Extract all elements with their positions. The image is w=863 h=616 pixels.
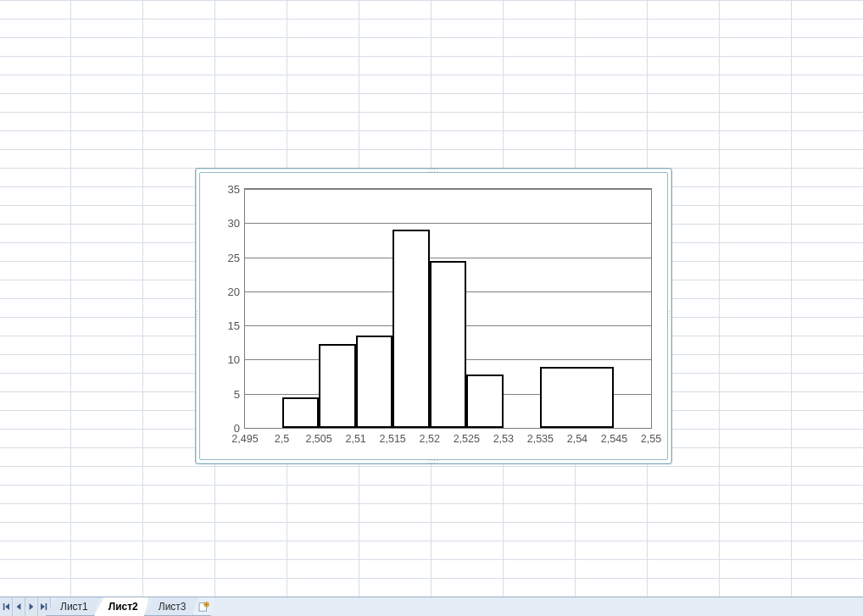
histogram-bar[interactable] — [540, 367, 614, 429]
x-axis-tick-label: 2,53 — [493, 428, 514, 445]
x-axis-tick-label: 2,525 — [454, 428, 480, 445]
chart-gridline — [245, 223, 651, 224]
sheet-tab-label: Лист1 — [60, 601, 88, 613]
x-axis-tick-label: 2,5 — [275, 428, 289, 445]
x-axis-tick-label: 2,515 — [380, 428, 406, 445]
y-axis-tick-label: 10 — [228, 353, 245, 366]
svg-marker-0 — [5, 603, 9, 610]
x-axis-tick-label: 2,55 — [641, 428, 661, 445]
chart-object[interactable]: :::: :::: :::: :::: 051015202530352,4952… — [195, 168, 672, 464]
sheet-tab[interactable]: Лист1 — [46, 597, 99, 616]
svg-marker-2 — [17, 603, 21, 610]
x-axis-tick-label: 2,495 — [231, 428, 258, 445]
histogram-bar[interactable] — [282, 397, 320, 428]
y-axis-tick-label: 30 — [228, 217, 245, 230]
histogram-bar[interactable] — [466, 375, 504, 428]
y-axis-tick-label: 25 — [228, 251, 245, 264]
chart-gridline — [245, 189, 651, 190]
tab-nav-first-button[interactable] — [0, 597, 13, 616]
x-axis-tick-label: 2,51 — [345, 428, 365, 445]
histogram-bar[interactable] — [319, 344, 356, 428]
y-axis-tick-label: 15 — [228, 319, 245, 332]
x-axis-tick-label: 2,535 — [527, 428, 554, 445]
svg-marker-3 — [30, 603, 34, 610]
x-axis-tick-label: 2,54 — [567, 428, 587, 445]
svg-marker-4 — [41, 603, 45, 610]
y-axis-tick-label: 35 — [228, 183, 245, 196]
y-axis-tick-label: 20 — [228, 285, 245, 297]
tab-nav-prev-button[interactable] — [13, 597, 25, 616]
histogram-bar[interactable] — [356, 336, 393, 428]
chart-area[interactable]: 051015202530352,4952,52,5052,512,5152,52… — [199, 172, 668, 460]
x-axis-tick-label: 2,545 — [601, 428, 627, 445]
histogram-bar[interactable] — [393, 230, 430, 428]
y-axis-tick-label: 5 — [234, 387, 245, 400]
x-axis-tick-label: 2,505 — [305, 428, 331, 445]
sheet-tab[interactable]: Лист3 — [144, 597, 198, 616]
x-axis-tick-label: 2,52 — [420, 428, 440, 445]
tab-nav-next-button[interactable] — [25, 597, 38, 616]
chart-gridline — [245, 258, 651, 258]
svg-rect-5 — [46, 603, 47, 610]
sheet-tab-label: Лист3 — [159, 601, 187, 613]
svg-rect-1 — [3, 603, 5, 610]
histogram-bar[interactable] — [430, 261, 467, 428]
sheet-tab-label: Лист2 — [109, 601, 138, 613]
worksheet-tab-strip: Лист1Лист2Лист3 — [0, 597, 863, 616]
plot-area[interactable]: 051015202530352,4952,52,5052,512,5152,52… — [244, 188, 652, 429]
sheet-tab[interactable]: Лист2 — [94, 597, 149, 616]
